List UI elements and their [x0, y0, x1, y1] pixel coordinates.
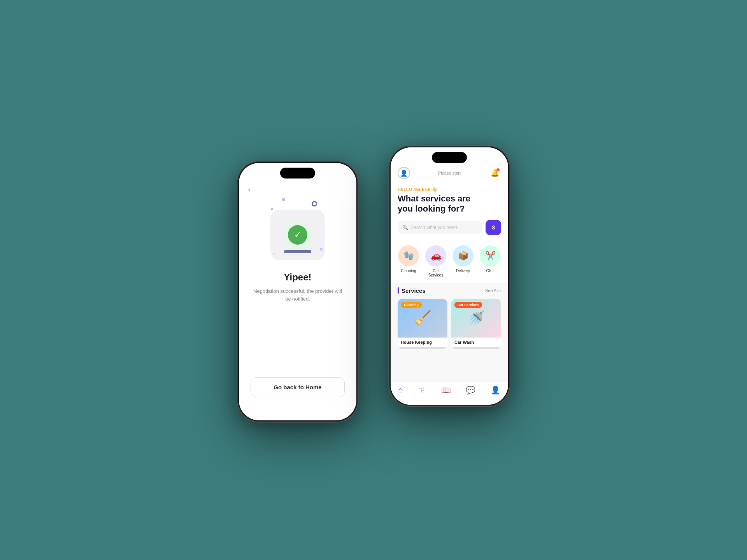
category-car-services[interactable]: 🚗 Car Services [425, 245, 447, 277]
services-grid: 🧹 Cleaning House Keeping 🚿 Car Services … [398, 299, 501, 349]
service-card-carwash[interactable]: 🚿 Car Services Car Wash [451, 299, 501, 349]
scene: ‹ × ✓ × ~ Yipee! Nego [237, 138, 510, 422]
categories-section: 🧤 Cleaning 🚗 Car Services 📦 Delivery ✂️ … [391, 241, 508, 283]
other-label: Ch... [486, 269, 494, 273]
notification-dot [496, 168, 500, 172]
phone-left: ‹ × ✓ × ~ Yipee! Nego [237, 161, 358, 422]
nav-profile[interactable]: 👤 [491, 385, 500, 395]
deco-circle-blue [312, 201, 317, 206]
back-button[interactable]: ‹ [248, 186, 250, 193]
category-other[interactable]: ✂️ Ch... [479, 245, 501, 277]
search-icon: 🔍 [402, 225, 408, 230]
category-delivery[interactable]: 📦 Delivery [452, 245, 474, 277]
nav-book[interactable]: 📖 [441, 385, 451, 395]
success-bg-circle: ✓ [270, 210, 325, 260]
success-subtitle: Negotiation successful, the provider wil… [239, 287, 356, 303]
filter-button[interactable]: ⚙ [486, 220, 501, 235]
services-title: Services [398, 287, 426, 294]
deco-x1: × [270, 206, 274, 212]
greeting-text: HELLO AELENE 👋 [398, 187, 501, 192]
deco-dot-blue [282, 198, 285, 201]
notch-left [280, 168, 315, 178]
location-text: Please start [438, 171, 461, 175]
see-all-button[interactable]: See All › [485, 288, 501, 293]
nav-chat[interactable]: 💬 [466, 385, 475, 395]
carwash-label: Car Wash [451, 338, 501, 347]
title-accent-bar [398, 287, 399, 294]
delivery-icon: 📦 [452, 245, 473, 266]
cleaning-badge: Cleaning [401, 302, 422, 308]
success-title: Yipee! [284, 272, 311, 283]
car-services-badge: Car Services [454, 302, 482, 308]
other-icon: ✂️ [480, 245, 501, 266]
notch-right [432, 152, 467, 163]
cleaning-label: Cleaning [401, 269, 416, 273]
car-services-icon: 🚗 [425, 245, 446, 266]
phone-right: 👤 Please start 🔔 HELLO AELENE 👋 What ser… [389, 146, 510, 406]
delivery-label: Delivery [456, 269, 470, 273]
success-illustration: × ✓ × ~ [267, 198, 329, 260]
nav-shop[interactable]: 🛍 [418, 385, 426, 395]
services-header: Services See All › [398, 287, 501, 294]
success-inner-circle: ✓ [282, 219, 313, 250]
search-row: 🔍 Search what you need... ⚙ [398, 220, 501, 235]
cleaning-icon: 🧤 [398, 245, 419, 266]
category-cleaning[interactable]: 🧤 Cleaning [398, 245, 419, 277]
search-box[interactable]: 🔍 Search what you need... [398, 221, 482, 234]
search-placeholder: Search what you need... [410, 225, 461, 230]
deco-orange: ~ [272, 250, 277, 258]
screen-right: 👤 Please start 🔔 HELLO AELENE 👋 What ser… [391, 147, 508, 405]
deco-x2: × [320, 246, 323, 252]
hero-section: HELLO AELENE 👋 What services are you loo… [391, 183, 508, 241]
avatar-icon[interactable]: 👤 [398, 167, 410, 179]
deco-bar [284, 250, 311, 253]
services-section: Services See All › 🧹 Cleaning House Keep… [391, 283, 508, 381]
go-home-button[interactable]: Go back to Home [251, 377, 345, 397]
success-area: × ✓ × ~ Yipee! Negotiation successful, t… [239, 198, 356, 357]
service-card-housekeeping[interactable]: 🧹 Cleaning House Keeping [398, 299, 447, 349]
success-checkmark: ✓ [288, 225, 307, 245]
housekeeping-label: House Keeping [398, 338, 447, 347]
car-services-label: Car Services [425, 269, 447, 277]
nav-home[interactable]: ⌂ [398, 385, 403, 395]
bottom-nav: ⌂ 🛍 📖 💬 👤 [391, 381, 508, 405]
bell-button[interactable]: 🔔 [489, 167, 501, 179]
screen-left: ‹ × ✓ × ~ Yipee! Nego [239, 163, 356, 420]
headline-text: What services are you looking for? [398, 194, 501, 214]
